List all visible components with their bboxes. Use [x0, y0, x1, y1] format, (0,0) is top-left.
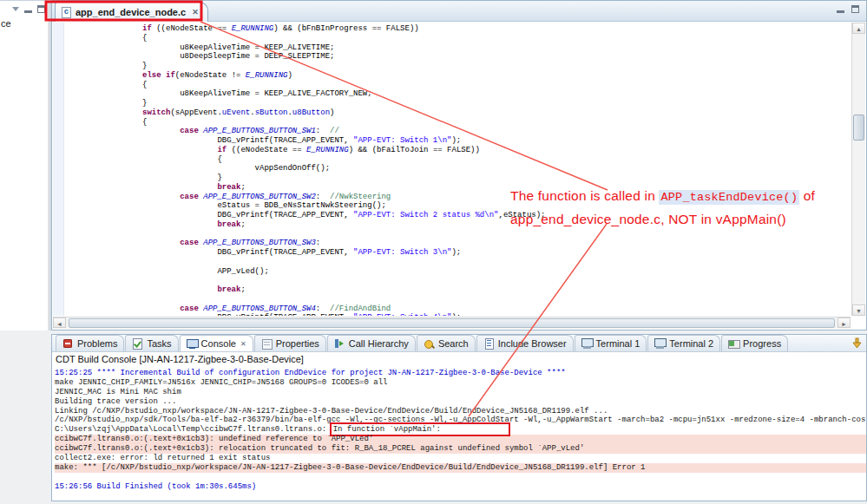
console-line: collect2.exe: error: ld returned 1 exit … [55, 454, 866, 463]
c-file-icon: c [62, 7, 71, 18]
editor-area: c app_end_device_node.c ✕ if ((eNodeStat… [51, 0, 867, 331]
tab-include-browser[interactable]: Include Browser [476, 335, 574, 351]
code-line: { [142, 155, 851, 165]
console-icon [187, 338, 198, 349]
scroll-up-icon[interactable]: ▲ [852, 23, 865, 34]
console-line: make JENNIC_CHIP_FAMILY=JN516x JENNIC_CH… [55, 378, 866, 388]
terminal2-icon [654, 338, 666, 349]
code-line: u8DeepSleepTime = DEEP_SLEEPTIME; [142, 52, 851, 62]
tab-app-end-device-node-c[interactable]: c app_end_device_node.c ✕ [55, 2, 208, 22]
tab-terminal2[interactable]: Terminal 2 [647, 335, 720, 351]
tab-terminal1[interactable]: Terminal 1 [575, 335, 647, 351]
code-line: DBG_vPrintf(TRACE_APP_EVENT, "APP-EVT: S… [142, 248, 851, 258]
close-icon[interactable]: ✕ [240, 340, 246, 348]
tab-call-hierarchy[interactable]: Call Hierarchy [327, 335, 416, 351]
code-line: } [142, 62, 851, 71]
code-line: else if(eNodeState != E_RUNNING) [142, 71, 851, 81]
search-icon [424, 338, 435, 349]
code-line: case APP_E_BUTTONS_BUTTON_SW1: // [142, 127, 851, 136]
console-line: 15:26:56 Build Finished (took 1m:30s.645… [55, 482, 866, 492]
annotation-note: The function is called in APP_taskEndDev… [510, 184, 866, 231]
tab-tasks[interactable]: Tasks [125, 335, 178, 351]
minimize-icon[interactable] [24, 5, 32, 13]
console-view: ProblemsTasksConsole✕PropertiesCall Hier… [51, 334, 867, 501]
code-line: u8KeepAliveTime = KEEP_ALIVE_FACTORY_NEW… [142, 89, 851, 99]
tasks-icon [132, 338, 143, 349]
scrollbar-thumb[interactable] [69, 318, 835, 328]
editor-tab-label: app_end_device_node.c [76, 7, 186, 17]
code-line: DBG_vPrintf(TRACE_APP_EVENT, "APP-EVT: S… [142, 313, 851, 316]
clipped-tree-text: ce [1, 18, 11, 29]
annotation-ruler [53, 23, 64, 316]
code-line: case APP_E_BUTTONS_BUTTON_SW4: //FindAnd… [142, 304, 851, 314]
scroll-down-icon[interactable]: ▼ [852, 304, 865, 316]
code-line: switch(sAppEvent.uEvent.sButton.u8Button… [142, 108, 851, 118]
scroll-right-icon[interactable]: ► [837, 317, 851, 328]
minimize-icon[interactable] [837, 5, 844, 13]
console-line: 15:25:25 **** Incremental Build of confi… [55, 369, 866, 378]
scroll-left-icon[interactable]: ◄ [53, 317, 66, 328]
annotation-highlighted-code: APP_taskEndDevice() [659, 190, 799, 205]
code-line: case APP_E_BUTTONS_BUTTON_SW3: [142, 239, 851, 248]
editor-window-controls [837, 5, 859, 13]
editor-tabbar: c app_end_device_node.c ✕ [52, 1, 866, 22]
code-line: } [142, 173, 851, 183]
console-line: C:\Users\zqj\AppData\Local\Temp\ccibwC7f… [55, 425, 866, 435]
code-line: DBG_vPrintf(TRACE_APP_EVENT, "APP-EVT: S… [142, 136, 851, 146]
console-line: JENNIC_MAC is Mini MAC shim [55, 388, 866, 397]
code-line: } [142, 99, 851, 108]
console-title: CDT Build Console [JN-AN-1217-Zigbee-3-0… [52, 353, 866, 367]
code-line: { [142, 118, 851, 128]
console-output[interactable]: 15:25:25 **** Incremental Build of confi… [52, 367, 866, 501]
code-editor[interactable]: if ((eNodeState == E_RUNNING) && (bFnBIn… [64, 23, 851, 316]
code-line: { [142, 34, 851, 43]
properties-icon [261, 338, 273, 349]
terminal1-icon [581, 338, 593, 349]
console-line: Linking /c/NXP/bstudio_nxp/workspace/JN-… [55, 407, 866, 416]
progress-icon [728, 338, 739, 349]
editor-vertical-scrollbar[interactable]: ▲ ▼ [851, 23, 865, 316]
console-line [55, 473, 866, 482]
code-line [142, 230, 851, 239]
left-panel-toolbar [12, 3, 45, 15]
code-line: { [142, 81, 851, 90]
scrollbar-thumb[interactable] [853, 115, 864, 141]
code-line [142, 258, 851, 267]
view-tabbar: ProblemsTasksConsole✕PropertiesCall Hier… [52, 335, 866, 352]
code-line: if ((eNodeState == E_RUNNING) && (bFnBIn… [142, 24, 851, 34]
console-line: make: *** [/c/NXP/bstudio_nxp/workspace/… [55, 463, 866, 473]
problems-icon [62, 338, 74, 349]
code-line [142, 295, 851, 304]
tab-progress[interactable]: Progress [721, 335, 788, 351]
code-line: if ((eNodeState == E_RUNNING) && (bFailT… [142, 146, 851, 155]
code-line: APP_vLed(); [142, 267, 851, 277]
eclipse-window: ce c app_end_device_node.c ✕ if ((eNodeS… [0, 0, 867, 504]
call-hierarchy-icon [334, 338, 345, 349]
tab-search[interactable]: Search [417, 335, 476, 351]
console-line: Building trace version ... [55, 397, 866, 407]
tab-console[interactable]: Console✕ [180, 335, 253, 351]
maximize-icon[interactable] [851, 5, 859, 13]
view-menu-icon[interactable] [12, 7, 19, 15]
code-line: break; [142, 285, 851, 295]
editor-horizontal-scrollbar[interactable]: ◄ ► [53, 317, 851, 329]
maximize-icon[interactable] [37, 5, 45, 13]
code-line [142, 276, 851, 285]
scroll-lock-arrow-icon[interactable] [851, 337, 863, 353]
include-browser-icon [483, 338, 495, 349]
project-explorer-fragment[interactable]: ce [0, 0, 48, 331]
annotation-note-line2: app_end_device_node.c, NOT in vAppMain() [510, 207, 866, 231]
tab-problems[interactable]: Problems [56, 335, 124, 351]
code-line: u8KeepAliveTime = KEEP_ALIVETIME; [142, 43, 851, 53]
console-line: ccibwC7f.ltrans0.o:(.text+0x1cb3): reloc… [55, 444, 866, 454]
tab-properties[interactable]: Properties [254, 335, 326, 351]
code-line: vAppSendOnOff(); [142, 164, 851, 173]
tab-close-icon[interactable]: ✕ [192, 8, 199, 16]
annotation-note-line1: The function is called in APP_taskEndDev… [510, 184, 866, 207]
